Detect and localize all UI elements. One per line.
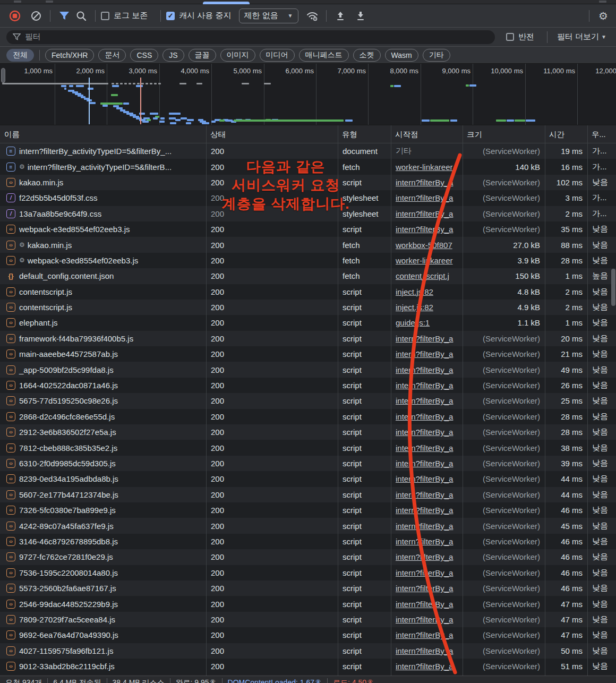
chip-미디어[interactable]: 미디어 — [260, 49, 295, 62]
initiator[interactable]: inject.js:82 — [396, 303, 433, 312]
initiator[interactable]: intern?filterBy_a — [396, 600, 453, 609]
initiator[interactable]: intern?filterBy_a — [396, 568, 453, 577]
table-row[interactable]: ‹›6310-2f0d9985dc59d305.js200scriptinter… — [0, 456, 616, 471]
initiator[interactable]: intern?filterBy_a — [396, 646, 453, 655]
table-row[interactable]: ‹›9012-33abd2b8c2119cbf.js200scriptinter… — [0, 659, 616, 674]
disable-cache-checkbox[interactable]: ✓ — [166, 12, 175, 20]
initiator[interactable]: intern?filterBy_a — [396, 662, 453, 671]
initiator[interactable]: intern?filterBy_a — [396, 615, 453, 624]
initiator[interactable]: guide.js:1 — [396, 318, 430, 327]
more-filters-button[interactable]: 필터 더보기 — [557, 32, 599, 42]
chip-매니페스트[interactable]: 매니페스트 — [299, 49, 349, 62]
initiator[interactable]: intern?filterBy_a — [396, 178, 453, 187]
column-header-시간[interactable]: 시간 — [545, 125, 587, 143]
initiator[interactable]: intern?filterBy_a — [396, 443, 453, 453]
initiator[interactable]: inject.js:82 — [396, 287, 433, 296]
initiator[interactable]: intern?filterBy_a — [396, 349, 453, 358]
initiator[interactable]: intern?filterBy_a — [396, 506, 453, 515]
table-row[interactable]: ‹›7812-cbeb888c385b35e2.js200scriptinter… — [0, 440, 616, 455]
initiator[interactable]: intern?filterBy_a — [396, 225, 453, 234]
table-row[interactable]: ‹›contentscript.js200scriptinject.js:824… — [0, 284, 616, 300]
table-row[interactable]: ≡⚙intern?filterBy_activityTypeID=5&filte… — [0, 159, 616, 174]
network-overview[interactable]: 1,000 ms2,000 ms3,000 ms4,000 ms5,000 ms… — [0, 64, 616, 125]
initiator[interactable]: intern?filterBy_a — [396, 584, 453, 593]
record-button[interactable] — [6, 7, 23, 24]
initiator[interactable]: intern?filterBy_a — [396, 193, 453, 202]
table-row[interactable]: ‹›4027-1159575fa96fb121.js200scriptinter… — [0, 643, 616, 659]
chip-CSS[interactable]: CSS — [130, 49, 158, 62]
table-row[interactable]: ‹›2912-3e6b836502f27e5a.js200scriptinter… — [0, 424, 616, 440]
initiator[interactable]: intern?filterBy_a — [396, 365, 453, 374]
invert-checkbox[interactable] — [506, 33, 514, 41]
table-row[interactable]: ‹›kakao.min.js200scriptintern?filterBy_a… — [0, 175, 616, 190]
initiator[interactable]: intern?filterBy_a — [396, 209, 453, 218]
column-header-유형[interactable]: 유형 — [338, 125, 391, 143]
table-row[interactable]: ‹›⚙webpack-e3ed8554ef02eeb3.js200fetchwo… — [0, 253, 616, 268]
table-row[interactable]: ‹›2868-d2c496cfc8e6e55d.js200scriptinter… — [0, 409, 616, 424]
initiator[interactable]: intern?filterBy_a — [396, 334, 453, 343]
initiator[interactable]: workbox-50f807 — [396, 241, 452, 250]
chip-글꼴[interactable]: 글꼴 — [189, 49, 216, 62]
initiator[interactable]: intern?filterBy_a — [396, 396, 453, 405]
initiator[interactable]: intern?filterBy_a — [396, 381, 453, 390]
table-row[interactable]: ‹›⚙kakao.min.js200fetchworkbox-50f80727.… — [0, 237, 616, 252]
column-header-우...[interactable]: 우... — [587, 125, 616, 143]
table-row[interactable]: ‹›7536-1595c22008014a80.js200scriptinter… — [0, 565, 616, 580]
initiator[interactable]: intern?filterBy_a — [396, 474, 453, 483]
throttling-select[interactable]: 제한 없음 ▼ — [239, 8, 298, 23]
import-har-button[interactable] — [332, 7, 349, 24]
table-row[interactable]: ‹›2546-99dac448525229b9.js200scriptinter… — [0, 596, 616, 611]
table-row[interactable]: ‹›7809-27029f7ac5ceea84.js200scriptinter… — [0, 612, 616, 627]
table-row[interactable]: ‹›webpack-e3ed8554ef02eeb3.js200scriptin… — [0, 221, 616, 237]
chip-소켓[interactable]: 소켓 — [353, 49, 381, 62]
table-row[interactable]: ‹›1664-402522dac0871a46.js200scriptinter… — [0, 378, 616, 393]
table-row[interactable]: /f22d5b5b45d0f53f.css200stylesheetintern… — [0, 190, 616, 206]
table-row[interactable]: ‹›4242-89c07a45fa637fe9.js200scriptinter… — [0, 518, 616, 533]
table-row[interactable]: ‹›3146-46c8792678895db8.js200scriptinter… — [0, 534, 616, 549]
initiator[interactable]: intern?filterBy_a — [396, 537, 453, 546]
column-header-이름[interactable]: 이름 — [0, 125, 206, 143]
table-row[interactable]: ≡intern?filterBy_activityTypeID=5&filter… — [0, 143, 616, 159]
initiator[interactable]: intern?filterBy_a — [396, 552, 453, 561]
column-header-시작점[interactable]: 시작점 — [391, 125, 463, 143]
filter-input[interactable]: 필터 — [6, 30, 495, 44]
table-row[interactable]: {}default_config.content.json200fetchcon… — [0, 268, 616, 284]
preserve-log-checkbox[interactable] — [101, 12, 109, 20]
chip-전체[interactable]: 전체 — [6, 49, 34, 62]
initiator[interactable]: worker-linkareer — [396, 256, 453, 265]
settings-button[interactable]: ⚙ — [595, 7, 612, 24]
table-row[interactable]: ‹›5607-2e177b44712374be.js200scriptinter… — [0, 487, 616, 502]
initiator[interactable]: intern?filterBy_a — [396, 412, 453, 421]
table-row[interactable]: ‹›9727-fc762ce7281f0e29.js200scriptinter… — [0, 549, 616, 565]
initiator[interactable]: worker-linkareer — [396, 163, 453, 172]
table-row[interactable]: /13a7aa8b5e9c64f9.css200stylesheetintern… — [0, 206, 616, 221]
column-header-크기[interactable]: 크기 — [463, 125, 545, 143]
clear-button[interactable] — [28, 7, 45, 24]
table-row[interactable]: ‹›framework-f44ba79936f400b5.js200script… — [0, 331, 616, 346]
export-har-button[interactable] — [352, 7, 369, 24]
chip-문서[interactable]: 문서 — [98, 49, 126, 62]
table-row[interactable]: ‹›main-aaeebe44572587ab.js200scriptinter… — [0, 346, 616, 362]
chip-Wasm[interactable]: Wasm — [385, 49, 418, 62]
chip-JS[interactable]: JS — [162, 49, 184, 62]
table-row[interactable]: ‹›_app-5009bf2d5c99fda8.js200scriptinter… — [0, 362, 616, 377]
network-conditions-button[interactable] — [304, 7, 321, 24]
initiator[interactable]: intern?filterBy_a — [396, 459, 453, 468]
table-row[interactable]: ‹›7326-5fc0380e7ba899e9.js200scriptinter… — [0, 502, 616, 518]
table-row[interactable]: ‹›9692-6ea76a4d70a49390.js200scriptinter… — [0, 627, 616, 643]
chip-이미지[interactable]: 이미지 — [220, 49, 255, 62]
table-row[interactable]: ‹›elephant.js200scriptguide.js:11.1 kB1 … — [0, 315, 616, 330]
initiator[interactable]: content_script.j — [396, 271, 449, 280]
column-header-상태[interactable]: 상태 — [206, 125, 338, 143]
initiator[interactable]: intern?filterBy_a — [396, 630, 453, 639]
search-button[interactable] — [73, 7, 90, 24]
table-row[interactable]: ‹›contentscript.js200scriptinject.js:824… — [0, 300, 616, 315]
initiator[interactable]: intern?filterBy_a — [396, 490, 453, 499]
table-row[interactable]: ‹›5675-77d5195250c98e26.js200scriptinter… — [0, 393, 616, 408]
initiator[interactable]: intern?filterBy_a — [396, 428, 453, 437]
filter-toggle-button[interactable] — [56, 7, 73, 24]
table-row[interactable]: ‹›5573-2560b2fa6ae87167.js200scriptinter… — [0, 580, 616, 596]
table-row[interactable]: ‹›8239-0ed34a195adbda8b.js200scriptinter… — [0, 471, 616, 486]
initiator[interactable]: intern?filterBy_a — [396, 522, 453, 531]
chip-기타[interactable]: 기타 — [423, 49, 450, 62]
